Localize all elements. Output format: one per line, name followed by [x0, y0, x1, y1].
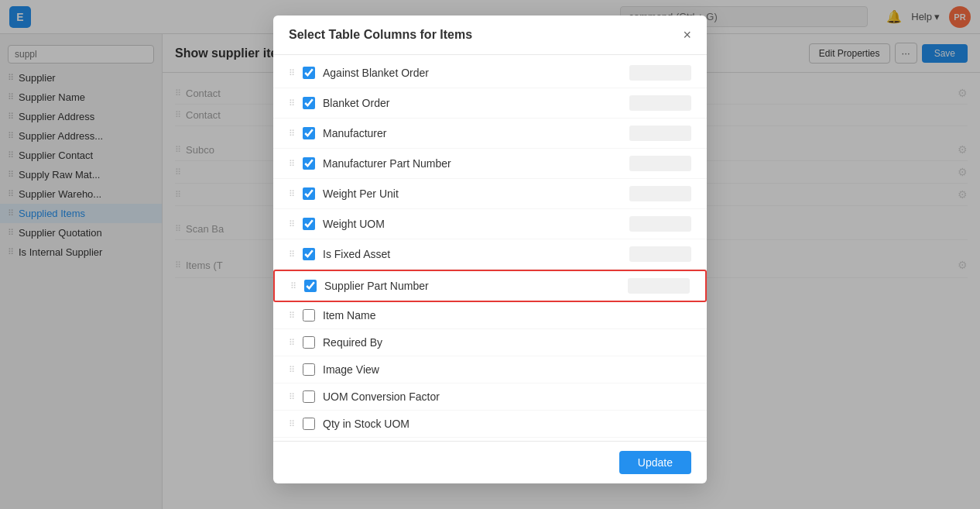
column-label: Weight UOM: [323, 218, 622, 230]
column-item-image_view: ⠿ Image View: [273, 356, 707, 383]
column-checkbox-required_by[interactable]: [303, 336, 315, 349]
column-label: UOM Conversion Factor: [323, 390, 691, 403]
column-item-item_name: ⠿ Item Name: [273, 302, 707, 329]
drag-icon: ⠿: [289, 365, 295, 375]
column-item-manufacturer_part_number: ⠿ Manufacturer Part Number: [273, 149, 707, 179]
column-checkbox-weight_per_unit[interactable]: [303, 187, 315, 200]
column-checkbox-uom_conversion_factor[interactable]: [303, 390, 315, 403]
column-label: Supplier Part Number: [324, 280, 620, 292]
column-label: Weight Per Unit: [323, 187, 622, 200]
col-preview: [629, 216, 691, 232]
column-label: Blanket Order: [323, 97, 622, 109]
column-label: Is Fixed Asset: [323, 248, 622, 260]
drag-icon: ⠿: [289, 159, 295, 169]
drag-icon: ⠿: [289, 419, 295, 429]
column-label: Image View: [323, 363, 691, 376]
drag-icon: ⠿: [289, 219, 295, 229]
col-preview: [628, 278, 690, 294]
drag-icon: ⠿: [289, 311, 295, 321]
column-checkbox-item_name[interactable]: [303, 309, 315, 322]
column-checkbox-weight_uom[interactable]: [303, 218, 315, 230]
column-checkbox-blanket_order[interactable]: [303, 97, 315, 109]
drag-icon: ⠿: [289, 68, 295, 78]
drag-icon: ⠿: [289, 338, 295, 348]
modal-title: Select Table Columns for Items: [289, 28, 472, 42]
drag-icon: ⠿: [289, 129, 295, 139]
column-checkbox-image_view[interactable]: [303, 363, 315, 376]
column-item-manufacturer: ⠿ Manufacturer: [273, 119, 707, 149]
column-selector-modal: Select Table Columns for Items × ⠿ Again…: [273, 15, 707, 483]
column-item-weight_uom: ⠿ Weight UOM: [273, 209, 707, 239]
drag-icon: ⠿: [289, 392, 295, 402]
column-checkbox-manufacturer[interactable]: [303, 127, 315, 139]
column-item-against_blanket_order: ⠿ Against Blanket Order: [273, 58, 707, 88]
column-checkbox-manufacturer_part_number[interactable]: [303, 157, 315, 170]
column-checkbox-against_blanket_order[interactable]: [303, 67, 315, 79]
column-checkbox-is_fixed_asset[interactable]: [303, 248, 315, 260]
drag-icon: ⠿: [289, 189, 295, 199]
drag-icon: ⠿: [290, 281, 296, 291]
drag-icon: ⠿: [289, 249, 295, 260]
modal-overlay: Select Table Columns for Items × ⠿ Again…: [0, 0, 980, 509]
col-preview: [629, 186, 691, 201]
column-label: Item Name: [323, 309, 691, 322]
column-label: Manufacturer: [323, 127, 622, 139]
column-label: Manufacturer Part Number: [323, 157, 622, 170]
close-modal-button[interactable]: ×: [683, 28, 691, 42]
column-item-weight_per_unit: ⠿ Weight Per Unit: [273, 179, 707, 209]
col-preview: [629, 246, 691, 262]
update-button[interactable]: Update: [619, 451, 691, 474]
column-item-supplier_part_number: ⠿ Supplier Part Number: [273, 270, 707, 302]
column-checkbox-qty_in_stock_uom[interactable]: [303, 418, 315, 430]
column-checkbox-supplier_part_number[interactable]: [304, 280, 317, 292]
col-preview: [629, 126, 691, 141]
column-label: Required By: [323, 336, 691, 349]
column-label: Against Blanket Order: [323, 67, 622, 79]
col-preview: [629, 65, 691, 81]
col-preview: [629, 156, 691, 171]
column-label: Qty in Stock UOM: [323, 418, 691, 430]
column-item-blanket_order: ⠿ Blanket Order: [273, 88, 707, 119]
column-item-uom_conversion_factor: ⠿ UOM Conversion Factor: [273, 383, 707, 411]
column-item-is_fixed_asset: ⠿ Is Fixed Asset: [273, 239, 707, 270]
col-preview: [629, 95, 691, 111]
modal-body: ⠿ Against Blanket Order ⠿ Blanket Order …: [273, 55, 707, 441]
column-item-required_by: ⠿ Required By: [273, 329, 707, 356]
column-item-qty_in_stock_uom: ⠿ Qty in Stock UOM: [273, 411, 707, 438]
drag-icon: ⠿: [289, 98, 295, 108]
